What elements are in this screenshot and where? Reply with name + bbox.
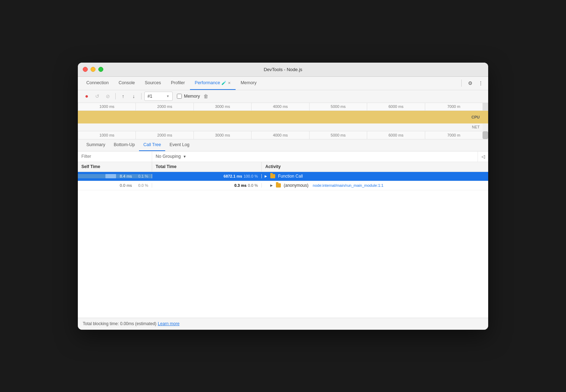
maximize-button[interactable] bbox=[98, 67, 103, 72]
cpu-scrollbar bbox=[483, 111, 488, 123]
cpu-row: CPU bbox=[78, 111, 488, 123]
btick-7000: 7000 m bbox=[425, 131, 483, 139]
memory-checkbox[interactable]: Memory bbox=[177, 94, 200, 99]
tab-bottom-up[interactable]: Bottom-Up bbox=[109, 139, 139, 151]
reload-button[interactable]: ↺ bbox=[93, 92, 102, 101]
tick-4000: 4000 ms bbox=[251, 103, 309, 110]
cpu-bar: CPU bbox=[78, 111, 483, 123]
bottom-tabs: Summary Bottom-Up Call Tree Event Log bbox=[78, 139, 488, 151]
tab-performance[interactable]: Performance 🧪 ✕ bbox=[190, 76, 236, 90]
status-text: Total blocking time: 0.00ms (estimated) bbox=[83, 321, 156, 326]
tick-2000: 2000 ms bbox=[135, 103, 193, 110]
total-time-pct-2: 0.0 % bbox=[248, 183, 258, 188]
panel-toggle-button[interactable]: ◁ bbox=[478, 151, 488, 162]
header-self-time: Self Time bbox=[78, 162, 152, 172]
download-button[interactable]: ↓ bbox=[129, 92, 138, 101]
self-time-ms-2: 0.0 ms bbox=[120, 183, 132, 188]
nav-right: ⚙ ⋮ bbox=[459, 79, 485, 87]
row-self-time-2: 0.0 ms 0.0 % bbox=[78, 183, 152, 188]
record-button[interactable]: ● bbox=[82, 92, 91, 101]
timeline-container: 1000 ms 2000 ms 3000 ms 4000 ms 5000 ms … bbox=[78, 103, 488, 139]
net-label: NET bbox=[472, 125, 480, 129]
row-activity-2: ▶ (anonymous) node:internal/main/run_mai… bbox=[262, 183, 488, 188]
total-time-ms-1: 6872.1 ms bbox=[224, 174, 242, 178]
grouping-select[interactable]: No Grouping ▼ bbox=[152, 151, 478, 162]
top-ruler: 1000 ms 2000 ms 3000 ms 4000 ms 5000 ms … bbox=[78, 103, 483, 111]
btick-5000: 5000 ms bbox=[309, 131, 367, 139]
btick-3000: 3000 ms bbox=[194, 131, 251, 139]
expand-arrow-2[interactable]: ▶ bbox=[270, 184, 275, 187]
scrollbar[interactable] bbox=[483, 103, 488, 111]
header-total-time: Total Time bbox=[152, 162, 262, 172]
profile-selector[interactable]: #1 ▼ bbox=[144, 92, 173, 101]
self-time-ms-1: 8.4 ms bbox=[120, 174, 132, 178]
table-container: No Grouping ▼ ◁ Self Time Total Time Act… bbox=[78, 151, 488, 318]
bottom-scrollbar-handle[interactable] bbox=[483, 131, 488, 139]
activity-name-2: (anonymous) bbox=[284, 183, 308, 188]
tick-7000: 7000 m bbox=[425, 103, 483, 110]
nav-tabs: Connection Console Sources Profiler Perf… bbox=[78, 77, 488, 90]
folder-icon-2 bbox=[276, 183, 281, 188]
tab-console[interactable]: Console bbox=[114, 76, 140, 90]
total-time-ms-2: 0.3 ms bbox=[235, 183, 247, 188]
tab-summary[interactable]: Summary bbox=[82, 139, 109, 151]
window-title: DevTools - Node.js bbox=[264, 67, 302, 72]
tab-profiler[interactable]: Profiler bbox=[166, 76, 190, 90]
header-activity: Activity bbox=[262, 162, 488, 172]
toolbar-separator-2 bbox=[141, 93, 142, 99]
self-time-pct-2: 0.0 % bbox=[134, 183, 148, 188]
filter-row: No Grouping ▼ ◁ bbox=[78, 151, 488, 162]
cpu-label: CPU bbox=[472, 115, 480, 119]
tab-call-tree[interactable]: Call Tree bbox=[139, 139, 165, 151]
row-self-time-1: 8.4 ms 0.1 % bbox=[78, 174, 152, 178]
table-row[interactable]: 0.0 ms 0.0 % 0.3 ms 0.0 % ▶ (anonymous) … bbox=[78, 181, 488, 190]
btick-4000: 4000 ms bbox=[251, 131, 309, 139]
row-total-time-2: 0.3 ms 0.0 % bbox=[152, 183, 262, 188]
flask-icon: 🧪 bbox=[221, 81, 226, 85]
self-time-bar-1 bbox=[105, 174, 116, 178]
upload-button[interactable]: ↑ bbox=[119, 92, 128, 101]
net-bar: NET bbox=[78, 123, 483, 131]
tab-event-log[interactable]: Event Log bbox=[165, 139, 194, 151]
settings-icon[interactable]: ⚙ bbox=[467, 79, 474, 87]
total-time-pct-1: 100.0 % bbox=[244, 174, 258, 178]
tick-6000: 6000 ms bbox=[367, 103, 424, 110]
net-scrollbar bbox=[483, 123, 488, 131]
btick-6000: 6000 ms bbox=[367, 131, 424, 139]
filter-input[interactable] bbox=[78, 151, 152, 162]
toolbar-separator-1 bbox=[115, 93, 116, 99]
expand-arrow-1[interactable]: ▶ bbox=[265, 174, 269, 178]
minimize-button[interactable] bbox=[91, 67, 96, 72]
stop-button[interactable]: ⊘ bbox=[103, 92, 112, 101]
tick-1000: 1000 ms bbox=[78, 103, 135, 110]
bottom-ruler-row: 1000 ms 2000 ms 3000 ms 4000 ms 5000 ms … bbox=[78, 131, 488, 139]
activity-name-1: Function Call bbox=[278, 174, 303, 179]
net-row: NET bbox=[78, 123, 488, 131]
tab-memory[interactable]: Memory bbox=[236, 76, 261, 90]
row-total-time-1: 6872.1 ms 100.0 % bbox=[152, 174, 262, 178]
memory-checkbox-input[interactable] bbox=[177, 94, 182, 99]
table-row[interactable]: 8.4 ms 0.1 % 6872.1 ms 100.0 % ▶ Functio… bbox=[78, 172, 488, 181]
tick-5000: 5000 ms bbox=[309, 103, 367, 110]
clear-recordings-button[interactable]: 🗑 bbox=[201, 92, 210, 101]
status-bar: Total blocking time: 0.00ms (estimated) … bbox=[78, 318, 488, 330]
more-menu-icon[interactable]: ⋮ bbox=[477, 79, 485, 87]
traffic-lights bbox=[83, 67, 103, 72]
activity-link-2[interactable]: node:internal/main/run_main_module:1:1 bbox=[313, 183, 383, 188]
nav-separator bbox=[461, 80, 462, 87]
table-header: Self Time Total Time Activity bbox=[78, 162, 488, 172]
learn-more-link[interactable]: Learn more bbox=[158, 321, 179, 326]
tab-connection[interactable]: Connection bbox=[81, 76, 114, 90]
btick-2000: 2000 ms bbox=[135, 131, 193, 139]
btick-1000: 1000 ms bbox=[78, 131, 135, 139]
self-time-pct-1: 0.1 % bbox=[134, 174, 148, 178]
folder-icon-1 bbox=[270, 174, 275, 178]
top-ruler-row: 1000 ms 2000 ms 3000 ms 4000 ms 5000 ms … bbox=[78, 103, 488, 111]
toolbar: ● ↺ ⊘ ↑ ↓ #1 ▼ Memory 🗑 bbox=[78, 90, 488, 103]
tab-close-icon[interactable]: ✕ bbox=[228, 81, 231, 85]
close-button[interactable] bbox=[83, 67, 88, 72]
tab-sources[interactable]: Sources bbox=[140, 76, 166, 90]
tick-3000: 3000 ms bbox=[194, 103, 251, 110]
devtools-window: DevTools - Node.js Connection Console So… bbox=[78, 63, 488, 330]
chevron-down-icon: ▼ bbox=[183, 155, 186, 158]
